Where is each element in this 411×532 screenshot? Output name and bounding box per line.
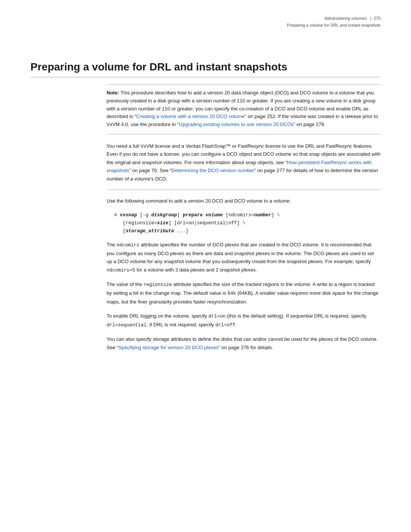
- para3-code2: ndcomirs=5: [107, 268, 135, 273]
- para3-text-after: attribute specifies the number of DCO pl…: [107, 242, 374, 264]
- para4-text-before: The value of the: [107, 281, 143, 287]
- para5-code2: drl=sequential: [107, 323, 147, 328]
- para4-code1: regionsize: [143, 282, 172, 288]
- paragraph-1: You need a full VxVM license and a Verit…: [107, 142, 381, 183]
- content-area: Preparing a volume for DRL and instant s…: [30, 61, 381, 351]
- para4-code2: 64k: [228, 291, 236, 296]
- code-line-2: [regionsize=size] [drl=on|sequential|off…: [114, 219, 381, 227]
- para5-text-before: To enable DRL logging on the volume, spe…: [107, 313, 209, 319]
- page-container: Administering volumes | 275 Preparing a …: [0, 0, 411, 532]
- note-box: Note: This procedure describes how to ad…: [107, 84, 381, 134]
- section-divider: [107, 190, 381, 190]
- paragraph-2-intro: Use the following command to add a versi…: [107, 197, 381, 205]
- para6-link[interactable]: Specifying storage for version 20 DCO pl…: [118, 345, 218, 350]
- paragraph-3: The ndcomirs attribute specifies the num…: [107, 241, 381, 274]
- para5-text-mid2: . If DRL is not required, specify: [147, 322, 215, 328]
- header-subtitle: Preparing a volume for DRL and instant s…: [287, 23, 381, 27]
- code-block: # vxsnap [-g diskgroup] prepare volume […: [114, 211, 381, 236]
- para3-text-end: for a volume with 3 data plexes and 2 sn…: [135, 267, 257, 273]
- header-page-number: 275: [374, 15, 381, 22]
- para5-code1: drl=on: [209, 314, 226, 319]
- note-link1[interactable]: Creating a volume with a version 20 DCO …: [136, 113, 245, 119]
- note-paragraph: Note: This procedure describes how to ad…: [107, 89, 381, 129]
- para1-link1-after: ” on page 70. See “: [129, 168, 171, 173]
- code-line-3: [storage_attribute ...]: [114, 227, 381, 235]
- para3-code1: ndcomirs: [116, 243, 139, 248]
- paragraph-5: To enable DRL logging on the volume, spe…: [107, 312, 381, 329]
- page-header: Administering volumes | 275 Preparing a …: [287, 15, 381, 29]
- chapter-title: Preparing a volume for DRL and instant s…: [30, 61, 381, 77]
- header-divider: |: [369, 15, 371, 22]
- paragraph-6: You can also specify storage attributes …: [107, 335, 381, 351]
- note-label: Note:: [107, 90, 119, 96]
- para6-text-after: ” on page 276 for details.: [218, 345, 273, 350]
- para5-text-end: .: [235, 322, 237, 328]
- paragraph-4: The value of the regionsize attribute sp…: [107, 280, 381, 306]
- para5-code3: drl=off: [215, 323, 236, 328]
- code-line-1: # vxsnap [-g diskgroup] prepare volume […: [114, 211, 381, 219]
- para1-link2[interactable]: Determining the DCO version number: [172, 168, 254, 173]
- note-link2-after: ” on page 279.: [293, 121, 325, 127]
- para3-text-before: The: [107, 242, 116, 248]
- note-link2[interactable]: Upgrading existing volumes to use versio…: [179, 121, 293, 127]
- para5-text-mid: (this is the default setting). If sequen…: [226, 313, 366, 319]
- main-body: Note: This procedure describes how to ad…: [107, 84, 381, 351]
- header-section-title: Administering volumes: [325, 15, 367, 22]
